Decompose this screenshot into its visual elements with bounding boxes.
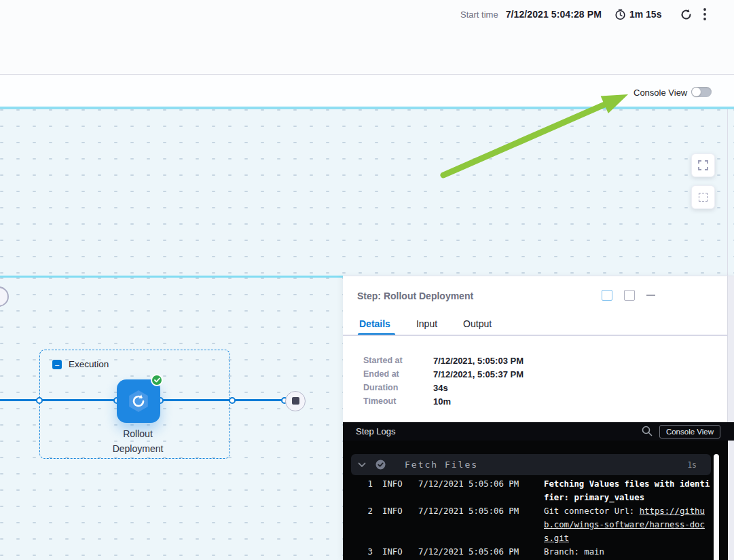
detail-label: Duration <box>363 383 433 392</box>
tab-input[interactable]: Input <box>416 318 437 329</box>
console-view-button[interactable]: Console View <box>659 425 720 438</box>
panel-title: Step: Rollout Deployment <box>357 291 473 301</box>
toggle-knob <box>692 88 701 96</box>
step-logs-title: Step Logs <box>356 426 396 436</box>
end-node[interactable] <box>285 391 306 411</box>
log-message: Branch: main <box>544 545 714 559</box>
chevron-down-icon[interactable] <box>358 462 366 468</box>
start-time-label: Start time <box>460 10 498 20</box>
collapse-group-button[interactable]: – <box>52 360 62 369</box>
detail-value: 34s <box>433 383 448 393</box>
log-line-number: 1 <box>343 477 373 504</box>
pipeline-canvas[interactable] <box>0 109 734 276</box>
execution-top-bar: Start time 7/12/2021 5:04:28 PM 1m 15s <box>0 0 734 75</box>
clock-icon <box>614 9 626 20</box>
detail-value: 10m <box>433 396 451 407</box>
fullscreen-button[interactable] <box>691 153 715 177</box>
log-timestamp: 7/12/2021 5:05:06 PM <box>418 504 527 545</box>
refresh-button[interactable] <box>678 6 694 22</box>
fullscreen-icon <box>698 160 708 170</box>
node-label: Rollout Deployment <box>84 426 192 456</box>
rollout-icon <box>124 387 153 415</box>
log-level: INFO <box>382 504 407 545</box>
minimize-panel-button[interactable] <box>646 295 655 296</box>
detail-value: 7/12/2021, 5:05:03 PM <box>433 356 524 366</box>
panel-tabs: Details Input Output <box>359 318 492 329</box>
start-time-group: Start time 7/12/2021 5:04:28 PM 1m 15s <box>460 7 661 22</box>
stop-square-icon <box>292 397 299 405</box>
log-level: INFO <box>382 477 407 504</box>
start-time-value: 7/12/2021 5:04:28 PM <box>506 9 602 20</box>
log-section-fetch-files[interactable]: Fetch Files 1s <box>351 454 711 475</box>
more-options-kebab-button[interactable] <box>697 6 713 22</box>
fit-to-screen-button[interactable] <box>691 185 715 209</box>
canvas-right-edge <box>727 109 728 276</box>
log-timestamp: 7/12/2021 5:05:06 PM <box>418 545 527 559</box>
step-details-panel: Step: Rollout Deployment Details Input O… <box>343 276 734 560</box>
log-line-number: 3 <box>343 545 373 559</box>
log-rows: 1 INFO 7/12/2021 5:05:06 PM Fetching Val… <box>343 477 723 559</box>
log-message: Fetching Values files with identi fier: … <box>544 477 714 504</box>
log-row: 2 INFO 7/12/2021 5:05:06 PM Git connecto… <box>343 504 723 545</box>
detail-label: Ended at <box>363 369 433 379</box>
detail-value: 7/12/2021, 5:05:37 PM <box>433 369 524 379</box>
console-view-toggle[interactable] <box>691 87 712 97</box>
tab-output[interactable]: Output <box>463 318 492 329</box>
execution-group-label: Execution <box>69 359 109 369</box>
panel-header-icons <box>602 290 655 301</box>
log-row: 3 INFO 7/12/2021 5:05:06 PM Branch: main <box>343 545 723 559</box>
rollout-deployment-node[interactable] <box>117 379 160 423</box>
log-level: INFO <box>382 545 407 559</box>
log-message: Git connector Url: https://githu b.com/w… <box>544 504 714 545</box>
detail-label: Timeout <box>363 396 433 406</box>
log-line-number: 2 <box>343 504 373 545</box>
log-scrollbar[interactable] <box>714 454 719 560</box>
elapsed-duration: 1m 15s <box>629 9 661 20</box>
split-view-icon[interactable] <box>602 290 612 301</box>
log-row: 1 INFO 7/12/2021 5:05:06 PM Fetching Val… <box>343 477 723 504</box>
edge-connector-dot <box>36 397 43 404</box>
log-message-text: Git connector Url: <box>544 506 640 516</box>
search-icon[interactable] <box>642 426 653 436</box>
minus-glyph: – <box>55 361 59 369</box>
log-console[interactable]: Fetch Files 1s 1 INFO 7/12/2021 5:05:06 … <box>343 441 728 560</box>
step-detail-rows: Started at 7/12/2021, 5:05:03 PM Ended a… <box>363 354 524 408</box>
log-timestamp: 7/12/2021 5:05:06 PM <box>418 477 527 504</box>
tab-details[interactable]: Details <box>359 318 390 329</box>
detail-row-started-at: Started at 7/12/2021, 5:05:03 PM <box>363 354 524 367</box>
detail-row-duration: Duration 34s <box>363 381 524 394</box>
section-success-check-icon <box>375 460 386 470</box>
detail-label: Started at <box>363 356 433 365</box>
canvas-dot-grid <box>0 109 734 276</box>
step-logs-bar: Step Logs Console View <box>343 422 734 441</box>
panel-layout-icon[interactable] <box>624 290 635 301</box>
tabs-divider <box>343 335 728 336</box>
console-view-toggle-label: Console View <box>634 88 687 98</box>
detail-row-ended-at: Ended at 7/12/2021, 5:05:37 PM <box>363 367 524 381</box>
success-badge <box>151 374 163 386</box>
log-section-duration: 1s <box>687 460 697 470</box>
detail-row-timeout: Timeout 10m <box>363 394 524 408</box>
log-section-name: Fetch Files <box>405 460 478 470</box>
view-toolbar <box>0 75 734 107</box>
check-icon <box>154 377 160 383</box>
edge-connector-dot <box>229 397 236 404</box>
fit-to-screen-icon <box>699 193 708 202</box>
stage-graph-canvas[interactable]: – Execution Rollout Deployment <box>0 276 344 560</box>
